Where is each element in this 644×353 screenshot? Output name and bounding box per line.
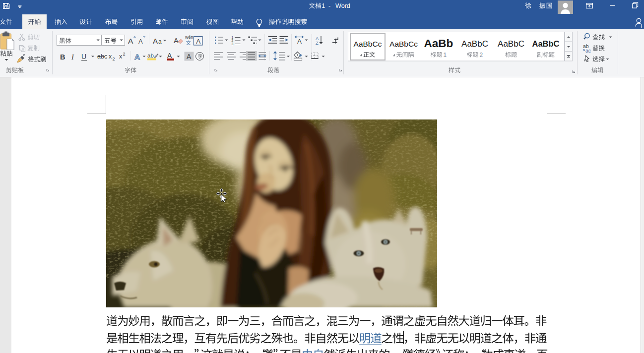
svg-text:AaBbCc: AaBbCc (354, 40, 382, 48)
svg-text:ab: ab (147, 53, 154, 59)
svg-text:2: 2 (480, 52, 483, 59)
svg-text:Word: Word (335, 2, 350, 9)
svg-text:U: U (81, 53, 86, 60)
svg-text:Z: Z (316, 40, 319, 46)
svg-text:A: A (196, 38, 200, 45)
svg-text:A: A (297, 38, 302, 45)
svg-text:3: 3 (232, 42, 234, 46)
svg-text:2: 2 (113, 57, 115, 61)
svg-text:B: B (60, 53, 65, 61)
svg-text:wén: wén (185, 35, 193, 40)
svg-text:2: 2 (123, 52, 126, 57)
svg-text:AaBb: AaBb (424, 37, 453, 50)
svg-text:1: 1 (444, 52, 447, 59)
svg-text:x: x (109, 53, 112, 60)
svg-text:A: A (153, 37, 158, 45)
svg-text:a: a (158, 38, 162, 45)
svg-text:A: A (187, 53, 192, 60)
svg-text:A: A (167, 52, 172, 59)
svg-text:A: A (174, 37, 179, 45)
svg-text:A: A (134, 53, 140, 61)
svg-text:1: 1 (322, 2, 325, 9)
svg-text:AaBbC: AaBbC (498, 39, 524, 49)
svg-text:ac: ac (585, 48, 591, 54)
svg-text:A: A (128, 37, 133, 45)
svg-text:A: A (138, 38, 143, 45)
svg-text:AaBbCc: AaBbCc (389, 40, 418, 48)
svg-text:AaBbC: AaBbC (532, 39, 559, 48)
svg-text:AaBbC: AaBbC (461, 39, 488, 49)
svg-text:x: x (119, 53, 123, 60)
svg-text:-: - (328, 2, 330, 9)
